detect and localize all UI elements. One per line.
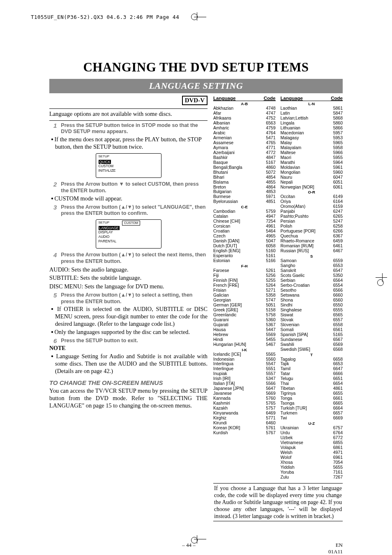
step-2: 2 Press the Arrow button ▼ to select CUS… bbox=[53, 181, 208, 194]
lang-code: 6565 bbox=[330, 313, 343, 318]
lang-row: Greenlandic5758 bbox=[213, 313, 276, 318]
bullet-text: If OTHER is selected on the AUDIO, SUBTI… bbox=[49, 306, 208, 328]
lang-row: Spanish [SPA]5165 bbox=[281, 332, 343, 337]
lang-code: 5447 bbox=[263, 327, 276, 332]
registration-mark-right bbox=[376, 277, 387, 278]
lang-name: Somali bbox=[281, 327, 331, 332]
osd-item: DISPLAY bbox=[99, 230, 120, 235]
lang-row: Moldavian5961 bbox=[281, 165, 343, 170]
dvd-badge: DVD-V bbox=[182, 96, 208, 105]
lang-row: Assamese4765 bbox=[213, 140, 276, 145]
lang-row: Maori5955 bbox=[281, 155, 343, 160]
lang-code: 5367 bbox=[263, 322, 276, 327]
lang-row: German [GER]5051 bbox=[213, 303, 276, 308]
lang-code: 5964 bbox=[330, 160, 343, 165]
step-4: 4 Press the Arrow button (▲/▼) to select… bbox=[53, 252, 208, 265]
lang-name: Bhutani bbox=[213, 170, 263, 175]
registration-circle-right-icon bbox=[377, 279, 384, 286]
lang-name: Swedish [SWE] bbox=[281, 347, 331, 352]
lang-name: Hausa bbox=[213, 327, 263, 332]
lang-name: Marathi bbox=[281, 160, 331, 165]
osd-item: QUICK bbox=[99, 160, 111, 164]
lang-row: Guarani5360 bbox=[213, 318, 276, 322]
language-note: If you choose a Language that has a 3 le… bbox=[213, 483, 343, 522]
lang-code: 6557 bbox=[330, 318, 343, 322]
lang-code: 4772 bbox=[263, 150, 276, 155]
step-5: 5 Press the Arrow button (▲/▼) to select… bbox=[53, 292, 208, 305]
lang-name: Nauru bbox=[281, 175, 331, 180]
lang-name: Armenian bbox=[213, 136, 263, 140]
lang-code: 6569 bbox=[330, 342, 343, 347]
note-heading: NOTE bbox=[49, 345, 208, 352]
subsection-text: You can access the TV/VCR SETUP menu by … bbox=[49, 387, 208, 410]
lang-code: 5966 bbox=[330, 150, 343, 155]
osd-item: LANGUAGE bbox=[99, 226, 120, 230]
lang-code: 6467 bbox=[330, 249, 343, 253]
step-number: 5 bbox=[53, 292, 57, 305]
lang-table-right: Language Code L-NLaothian5861Latin5847La… bbox=[281, 96, 343, 480]
lang-row: Hausa5447 bbox=[213, 327, 276, 332]
step-number: 2 bbox=[53, 181, 57, 194]
lang-name: Moldavian bbox=[281, 165, 331, 170]
left-column: DVD-V Language options are not available… bbox=[49, 96, 208, 521]
lang-row: Hungarian [HUN]5467 bbox=[213, 342, 276, 347]
step-number: 3 bbox=[53, 204, 57, 217]
lang-row: Malay5965 bbox=[281, 140, 343, 145]
print-job-header: T1055UF_EN(P36-52).QX3 04.6.3 2:46 PM Pa… bbox=[31, 14, 179, 20]
lang-row: Armenian5471 bbox=[213, 136, 276, 140]
lang-name: Slovenian bbox=[281, 322, 331, 327]
discmenu-desc: DISC MENU: Sets the language for DVD men… bbox=[49, 283, 208, 290]
lang-name: Nepali bbox=[281, 180, 331, 185]
lang-code: 5960 bbox=[330, 170, 343, 175]
lang-row: Somali6561 bbox=[281, 327, 343, 332]
lang-name: Guarani bbox=[213, 318, 263, 322]
lang-code: 6567 bbox=[330, 337, 343, 342]
page-title: CHANGING THE DVD SETUP ITEMS bbox=[21, 60, 371, 75]
subtitle-desc: SUBTITLE: Sets the subtitle language. bbox=[49, 274, 208, 282]
osd-custom-menu: SETUP LANGUAGE DISPLAY AUDIO PARENTAL CU… bbox=[96, 219, 161, 249]
lang-row: Bislama4855 bbox=[213, 180, 276, 185]
lang-row: Maltese5966 bbox=[281, 150, 343, 155]
lang-code: 5360 bbox=[263, 318, 276, 322]
lang-row: Yoruba7161 bbox=[281, 470, 343, 475]
intro-text: Language options are not available with … bbox=[49, 108, 208, 121]
step-number: 4 bbox=[53, 252, 57, 265]
lang-row: Bengali;Bangla4860 bbox=[213, 165, 276, 170]
lang-row: Twi6669 bbox=[281, 416, 343, 421]
step-3: 3 Press the Arrow button (▲/▼) to select… bbox=[53, 204, 208, 217]
lang-name: Bihari bbox=[213, 175, 263, 180]
lang-code: 5958 bbox=[330, 145, 343, 150]
right-column: Language Code A-BAbkhazian4748Afar4747Af… bbox=[213, 96, 343, 521]
step-text: Press the Arrow button ▼ to select CUSTO… bbox=[61, 181, 208, 194]
lang-row: Azerbaijani4772 bbox=[213, 150, 276, 155]
step-number: 1 bbox=[53, 122, 57, 135]
lang-code: 6669 bbox=[330, 416, 343, 421]
lang-code: 6051 bbox=[330, 180, 343, 185]
lang-name: Hebrew bbox=[213, 332, 263, 337]
lang-code: 5758 bbox=[263, 313, 276, 318]
lang-name: Hungarian [HUN] bbox=[213, 342, 263, 347]
step-text: Press the Arrow button (▲/▼) to select a… bbox=[61, 292, 208, 305]
lang-row: Sindhi6550 bbox=[281, 303, 343, 308]
lang-code: 5072 bbox=[263, 170, 276, 175]
note-bullet: Language Setting for Audio and Subtitle … bbox=[49, 353, 208, 375]
lang-row: Malayalam5958 bbox=[281, 145, 343, 150]
lang-code: 5965 bbox=[330, 140, 343, 145]
lang-code: 5455 bbox=[263, 337, 276, 342]
table-header-code: Code bbox=[261, 96, 276, 101]
lang-name: Norwegian [NOR] bbox=[281, 185, 331, 190]
lang-code: 5471 bbox=[263, 136, 276, 140]
lang-code: 6561 bbox=[330, 327, 343, 332]
lang-name: Singhalese bbox=[281, 308, 331, 313]
audio-desc: AUDIO: Sets the audio language. bbox=[49, 266, 208, 274]
lang-code: 5767 bbox=[263, 431, 276, 435]
osd-item: CUSTOM bbox=[99, 164, 159, 168]
lang-code: 5569 bbox=[263, 332, 276, 337]
lang-code: 5166 bbox=[263, 258, 276, 263]
lang-row: Basque5167 bbox=[213, 160, 276, 165]
lang-name: Yoruba bbox=[281, 470, 331, 475]
lang-row: Bihari4854 bbox=[213, 175, 276, 180]
lang-name: Greek [GRE] bbox=[213, 308, 263, 313]
step-1: 1 Press the SETUP button twice in STOP m… bbox=[53, 122, 208, 135]
step-6: 6 Press the SETUP button to exit. bbox=[53, 338, 208, 344]
